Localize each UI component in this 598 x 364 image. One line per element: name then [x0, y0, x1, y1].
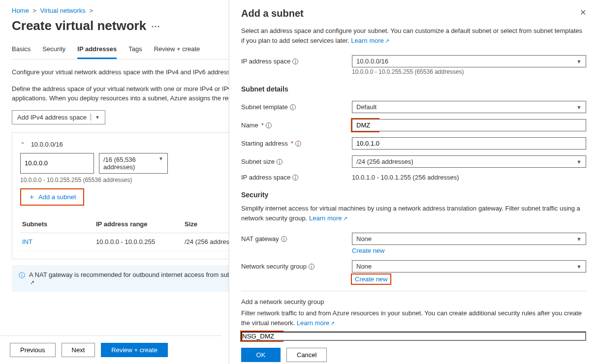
ip-address-space-select[interactable]: 10.0.0.0/16 ▼ [352, 55, 586, 67]
col-range: IP address range [96, 220, 185, 228]
blade-title: Add a subnet [241, 8, 304, 26]
learn-more-text: Learn more [351, 37, 383, 44]
nsg-name-input[interactable] [241, 332, 283, 341]
nat-banner-text: A NAT gateway is recommended for outboun… [29, 271, 261, 278]
subnet-name-label: Name* i [241, 121, 352, 129]
subnet-range: 10.0.0.0 - 10.0.0.255 [96, 238, 185, 245]
external-link-icon: ↗ [342, 215, 347, 221]
ip-space-hint: 10.0.0.0 - 10.0.255.255 (65536 addresses… [352, 67, 586, 75]
chevron-right-icon: > [87, 7, 95, 14]
nsg-value: None [356, 263, 372, 270]
nat-gateway-label: NAT gateway i [241, 235, 352, 243]
page-title-text: Create virtual network [12, 18, 146, 33]
nsg-create-new-link[interactable]: Create new [355, 275, 387, 283]
chevron-down-icon: ▼ [576, 159, 582, 165]
external-link-icon: ↗ [384, 38, 389, 44]
nat-value: None [356, 235, 372, 243]
info-icon[interactable]: i [295, 141, 301, 147]
cidr-select-label: /16 (65,536 addresses) [103, 156, 158, 171]
info-icon[interactable]: i [292, 175, 298, 181]
chevron-down-icon: ▼ [576, 236, 582, 242]
external-link-icon: ↗ [329, 320, 335, 326]
add-subnet-label: Add a subnet [38, 193, 76, 201]
collapse-icon[interactable]: ⌃ [20, 141, 29, 148]
nsg-label: Network security group i [241, 263, 352, 270]
ip-address-space-2-value: 10.0.1.0 - 10.0.1.255 (256 addresses) [352, 174, 586, 181]
security-intro-text: Simplify internet access for virtual mac… [241, 205, 580, 222]
learn-more-link[interactable]: Learn more↗ [297, 319, 335, 327]
subnet-details-heading: Subnet details [241, 78, 586, 98]
breadcrumb-home[interactable]: Home [12, 7, 29, 14]
nat-create-new-link[interactable]: Create new [352, 247, 384, 254]
learn-more-link[interactable]: Learn more↗ [309, 214, 347, 222]
col-subnets: Subnets [22, 220, 96, 228]
subnet-name-input-rest[interactable] [378, 119, 586, 131]
chevron-down-icon: ▼ [576, 104, 582, 110]
subnet-size-select[interactable]: /24 (256 addresses) ▼ [352, 155, 586, 168]
learn-more-link[interactable]: Learn more↗ [351, 37, 389, 44]
add-ipv4-label: Add IPv4 address space [17, 114, 87, 121]
tab-tags[interactable]: Tags [128, 40, 142, 59]
breadcrumb-vnets[interactable]: Virtual networks [40, 7, 86, 14]
subnet-link-int[interactable]: INT [22, 238, 32, 245]
info-icon[interactable]: i [292, 59, 298, 64]
chevron-down-icon: ▼ [158, 156, 163, 171]
nat-gateway-select[interactable]: None ▼ [352, 233, 586, 245]
nsg-name-input-rest[interactable] [283, 332, 586, 341]
more-actions-icon[interactable]: ⋯ [151, 21, 160, 31]
cidr-select[interactable]: /16 (65,536 addresses) ▼ [99, 153, 168, 174]
add-subnet-blade: Add a subnet ✕ Select an address space a… [229, 0, 598, 364]
template-value: Default [356, 103, 377, 111]
footer-bar: Previous Next Review + create [0, 335, 221, 364]
previous-button[interactable]: Previous [10, 343, 56, 357]
address-space-title: 10.0.0.0/16 [31, 141, 63, 148]
tab-basics[interactable]: Basics [12, 40, 31, 59]
size-value: /24 (256 addresses) [356, 158, 413, 165]
ip-address-space-label: IP address space i [241, 58, 352, 65]
chevron-down-icon: ▼ [95, 115, 100, 120]
chevron-right-icon: > [31, 7, 38, 14]
nsg-select[interactable]: None ▼ [352, 260, 586, 273]
chevron-down-icon: ▼ [576, 264, 582, 270]
add-ipv4-dropdown[interactable]: Add IPv4 address space ▼ [12, 110, 105, 124]
add-nsg-inline-box: Add a network security group Filter netw… [241, 291, 586, 364]
starting-address-input[interactable] [352, 137, 586, 150]
learn-more-text: Learn more [297, 319, 329, 327]
tab-ip-addresses[interactable]: IP addresses [77, 40, 117, 59]
close-icon[interactable]: ✕ [580, 8, 586, 17]
review-create-button[interactable]: Review + create [101, 343, 168, 357]
blade-intro-text: Select an address space and configure yo… [241, 27, 582, 44]
ip-address-space-2-label: IP address space i [241, 174, 352, 181]
add-nsg-title: Add a network security group [241, 298, 586, 308]
chevron-down-icon: ▼ [576, 59, 582, 64]
info-icon[interactable]: i [309, 264, 315, 270]
divider-icon [91, 114, 91, 121]
info-icon: ⓘ [19, 271, 25, 286]
starting-address-label: Starting address* i [241, 140, 352, 147]
ok-button[interactable]: OK [241, 348, 281, 362]
cancel-button[interactable]: Cancel [286, 348, 327, 362]
subnet-template-label: Subnet template i [241, 103, 352, 111]
info-icon[interactable]: i [290, 104, 296, 110]
tab-security[interactable]: Security [42, 40, 65, 59]
external-link-icon: ↗ [29, 279, 34, 285]
add-subnet-button[interactable]: ＋ Add a subnet [20, 188, 84, 206]
blade-intro: Select an address space and configure yo… [241, 26, 586, 52]
subnet-template-select[interactable]: Default ▼ [352, 101, 586, 113]
subnet-name-input[interactable] [352, 119, 378, 131]
add-nsg-text: Filter network traffic to and from Azure… [241, 309, 582, 327]
subnet-size-label: Subnet size i [241, 158, 352, 165]
address-input[interactable] [20, 153, 94, 174]
info-icon[interactable]: i [266, 122, 272, 128]
security-intro: Simplify internet access for virtual mac… [241, 204, 586, 230]
plus-icon: ＋ [28, 192, 35, 202]
info-icon[interactable]: i [281, 236, 287, 242]
learn-more-text: Learn more [309, 214, 342, 222]
security-heading: Security [241, 184, 586, 204]
tab-review-create[interactable]: Review + create [154, 40, 200, 59]
next-button[interactable]: Next [62, 343, 95, 357]
ip-space-value: 10.0.0.0/16 [356, 58, 388, 65]
info-icon[interactable]: i [277, 159, 283, 165]
